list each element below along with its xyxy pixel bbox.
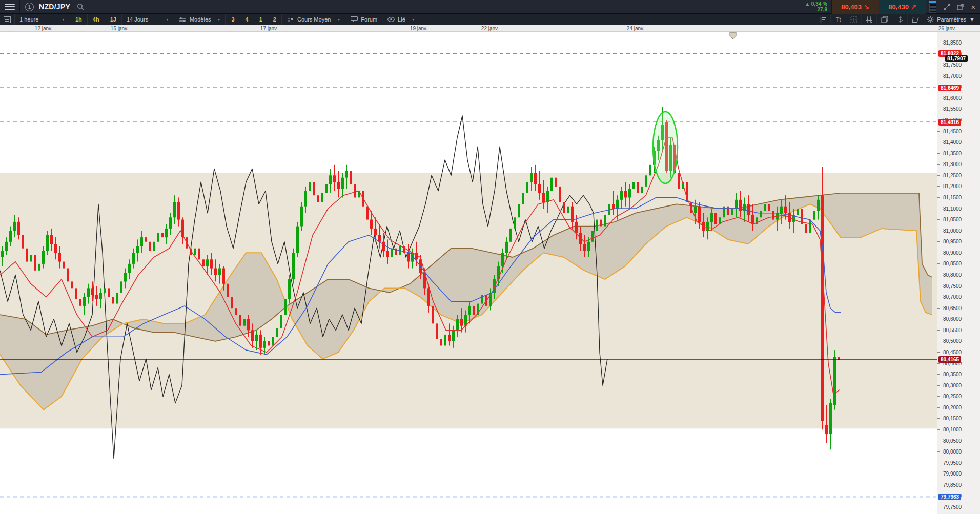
- price-tick: [937, 142, 940, 142]
- daily-change: ▲ 0,34 % 27,9: [801, 1, 831, 12]
- popout-window-icon[interactable]: [953, 0, 967, 14]
- candlestick-icon: [287, 16, 294, 24]
- price-type-select[interactable]: Cours Moyen ▼: [282, 14, 345, 25]
- price-tick-label: 80,9500: [943, 239, 962, 244]
- price-axis[interactable]: 81,850081,800081,750081,700081,650081,60…: [937, 32, 980, 514]
- price-tick-label: 79,7500: [943, 504, 962, 510]
- price-tick-label: 79,8500: [943, 482, 962, 488]
- chevron-down-icon: ▼: [412, 18, 415, 22]
- trading-window: 1 NZD/JPY ▲ 0,34 % 27,9 80,403 ↘ 80,430 …: [0, 0, 980, 514]
- chevron-down-icon: ▼: [969, 16, 975, 23]
- price-chart[interactable]: [0, 32, 937, 514]
- model-3-button[interactable]: 3: [226, 14, 240, 25]
- support-price-badge: 79,7963: [938, 494, 961, 500]
- price-tick-label: 81,8500: [943, 40, 962, 46]
- price-tick: [937, 98, 940, 98]
- price-tick: [937, 186, 940, 187]
- price-tick: [937, 175, 940, 176]
- buy-price-button[interactable]: 80,430 ↗: [879, 0, 926, 14]
- price-tick-label: 80,3000: [943, 383, 962, 388]
- forum-button[interactable]: Forum: [345, 14, 382, 25]
- order-book-icon[interactable]: [815, 14, 830, 25]
- price-tick-label: 81,7500: [943, 62, 962, 68]
- price-tick: [937, 363, 940, 364]
- price-tick: [937, 341, 940, 341]
- chevron-down-icon: ▼: [166, 18, 169, 22]
- price-tick: [937, 76, 940, 76]
- range-value: 14 Jours: [127, 16, 148, 23]
- date-tick: [269, 29, 270, 31]
- depth-levels-icon[interactable]: [929, 1, 936, 13]
- settings-button[interactable]: Paramètres ▼: [923, 14, 980, 25]
- price-tick: [937, 441, 940, 441]
- price-tick: [937, 485, 940, 485]
- model-1-button[interactable]: 1: [254, 14, 268, 25]
- menu-icon[interactable]: [0, 0, 19, 14]
- grid-tool-icon[interactable]: [846, 14, 861, 25]
- collapse-window-icon[interactable]: [940, 0, 953, 14]
- symbol-title: NZD/JPY: [39, 3, 70, 11]
- title-bar: 1 NZD/JPY ▲ 0,34 % 27,9 80,403 ↘ 80,430 …: [0, 0, 980, 14]
- price-tick: [937, 463, 940, 463]
- date-tick: [490, 29, 491, 31]
- price-tick-label: 81,4000: [943, 139, 962, 145]
- annotation-tool-icon[interactable]: [861, 14, 876, 25]
- range-select[interactable]: 14 Jours ▼: [122, 14, 174, 25]
- price-tick-label: 81,7000: [943, 73, 962, 79]
- price-tick-label: 81,1500: [943, 195, 962, 200]
- change-points: 27,9: [805, 7, 827, 12]
- timeframe-4h-button[interactable]: 4h: [88, 14, 105, 25]
- price-tick: [937, 407, 940, 408]
- price-tick-label: 80,0000: [943, 449, 962, 455]
- link-chart-menu[interactable]: Lié ▼: [382, 14, 420, 25]
- price-tick: [937, 474, 940, 474]
- last-price-price-badge: 80,4165: [938, 356, 961, 363]
- price-tick: [937, 429, 940, 430]
- price-tick-label: 80,1000: [943, 427, 962, 433]
- shape-tool-icon[interactable]: [907, 14, 923, 25]
- price-tick-label: 80,8500: [943, 261, 962, 266]
- model-2-button[interactable]: 2: [268, 14, 282, 25]
- timeframe-select[interactable]: 1 heure ▼: [15, 14, 70, 25]
- text-tool-icon[interactable]: Tt: [830, 14, 846, 25]
- price-tick-label: 81,6000: [943, 95, 962, 101]
- divider: [19, 0, 20, 14]
- price-tick: [937, 209, 940, 209]
- eye-icon: [387, 16, 395, 24]
- windows-cascade-icon[interactable]: [876, 14, 892, 25]
- timeframe-value: 1 heure: [19, 16, 38, 23]
- price-tick-label: 80,2000: [943, 405, 962, 410]
- price-tick: [937, 153, 940, 154]
- models-label: Modèles: [190, 16, 211, 23]
- timeframe-1d-button[interactable]: 1J: [105, 14, 122, 25]
- price-tick-label: 80,6000: [943, 316, 962, 322]
- sell-price-button[interactable]: 80,403 ↘: [831, 0, 879, 14]
- price-type-value: Cours Moyen: [297, 16, 331, 23]
- price-tick-label: 81,3500: [943, 151, 962, 156]
- price-tick-label: 81,5500: [943, 106, 962, 112]
- price-tick: [937, 43, 940, 43]
- price-tick-label: 81,1000: [943, 206, 962, 212]
- close-window-icon[interactable]: ×: [967, 0, 980, 14]
- price-tick: [937, 275, 940, 275]
- price-tick: [937, 263, 940, 264]
- price-tick: [937, 352, 940, 353]
- indicator-list-button[interactable]: [0, 14, 15, 25]
- price-tick: [937, 231, 940, 231]
- price-tick: [937, 308, 940, 309]
- measure-tool-icon[interactable]: [892, 14, 907, 25]
- date-axis[interactable]: 12 janv.15 janv.17 janv.19 janv.22 janv.…: [0, 25, 980, 32]
- model-4-button[interactable]: 4: [240, 14, 254, 25]
- search-icon[interactable]: [76, 3, 84, 11]
- bid-direction-icon: ↘: [864, 3, 869, 11]
- chevron-down-icon: ▼: [62, 18, 65, 22]
- date-tick: [119, 29, 120, 31]
- price-tick-label: 79,9000: [943, 471, 962, 477]
- highlight-ellipse: [653, 112, 678, 183]
- price-tick-label: 80,2500: [943, 394, 962, 399]
- price-tick-label: 79,9500: [943, 460, 962, 466]
- change-percent: ▲ 0,34 %: [805, 1, 827, 7]
- date-tick: [947, 29, 948, 31]
- models-menu[interactable]: Modèles ▼: [174, 14, 226, 25]
- timeframe-1h-button[interactable]: 1h: [70, 14, 88, 25]
